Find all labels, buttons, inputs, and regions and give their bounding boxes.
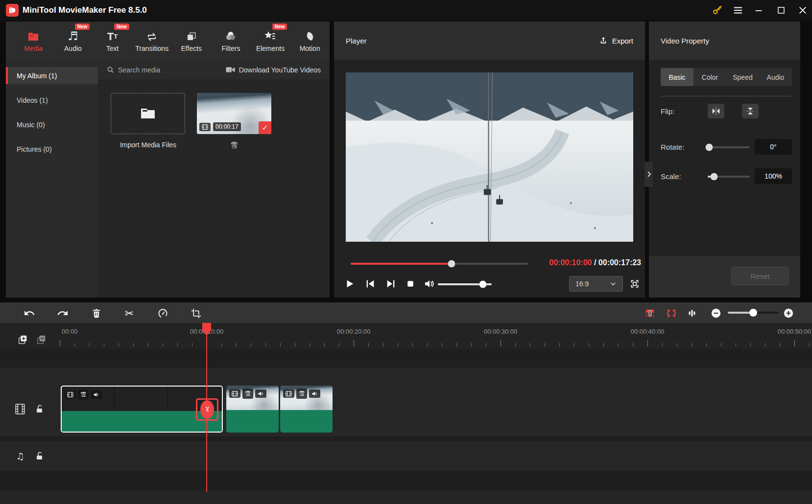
tab-basic[interactable]: Basic (661, 68, 693, 86)
tab-filters[interactable]: Filters (211, 22, 251, 60)
tab-text[interactable]: New TT Text (93, 22, 132, 60)
stop-button[interactable] (402, 275, 419, 293)
license-key-icon[interactable] (709, 0, 726, 21)
speed-button[interactable] (156, 306, 169, 320)
film-clip-icon (65, 390, 76, 399)
ruler-tick (104, 343, 104, 346)
tab-elements[interactable]: New Elements (251, 22, 290, 60)
scale-slider[interactable] (708, 176, 750, 178)
reset-button[interactable]: Reset (731, 267, 789, 285)
flip-horizontal-button[interactable] (708, 104, 724, 118)
previous-frame-button[interactable] (361, 275, 379, 293)
export-icon (599, 36, 608, 45)
split-cursor-indicator[interactable]: ✂ (196, 398, 218, 421)
aspect-ratio-select[interactable]: 16:9 (569, 276, 623, 292)
track-mode-split-icon[interactable] (643, 306, 657, 320)
ruler-tick (618, 343, 619, 346)
remove-track-button[interactable] (35, 334, 47, 345)
selected-check-icon: ✓ (259, 121, 271, 134)
seek-bar[interactable] (351, 263, 528, 265)
tab-motion[interactable]: Motion (290, 22, 330, 60)
fullscreen-button[interactable] (628, 277, 642, 291)
close-button[interactable] (794, 0, 811, 21)
flip-vertical-button[interactable] (742, 104, 759, 118)
rotate-label: Rotate: (661, 143, 684, 151)
rotate-value[interactable]: 0° (755, 139, 792, 155)
ruler-tick (339, 343, 339, 346)
import-media-dropzone[interactable] (111, 93, 185, 134)
sidebar-item-videos[interactable]: Videos (1) (6, 92, 98, 109)
ruler-tick (750, 343, 751, 346)
zoom-handle[interactable] (749, 309, 757, 317)
media-thumbnail-snow[interactable]: 00:00:17 ✓ (197, 93, 271, 134)
undo-button[interactable] (23, 306, 36, 320)
media-thumbnail-name: 雪 (197, 141, 271, 150)
minimize-button[interactable] (750, 0, 767, 21)
tab-color[interactable]: Color (693, 68, 726, 86)
panel-collapse-handle[interactable] (645, 161, 653, 187)
tab-effects[interactable]: Effects (172, 22, 212, 60)
export-button[interactable]: Export (599, 36, 633, 45)
split-button[interactable]: ✂ (122, 306, 136, 320)
audio-notes-icon: ♬ (68, 29, 78, 42)
clip-name-badge: 雪 (78, 389, 89, 400)
player-header: Player Export (334, 22, 645, 60)
play-button[interactable] (341, 275, 358, 293)
add-track-button[interactable] (17, 334, 28, 345)
sidebar-item-music[interactable]: Music (0) (6, 116, 98, 133)
snow-scene (346, 72, 633, 242)
scale-value[interactable]: 100% (755, 168, 792, 184)
scale-handle[interactable] (710, 173, 717, 181)
video-track-lock-icon[interactable] (33, 403, 46, 415)
volume-handle[interactable] (479, 281, 487, 288)
volume-slider[interactable] (438, 283, 492, 285)
ruler-tick (442, 343, 442, 346)
thumbnail-badges: 00:00:17 (199, 122, 241, 131)
tab-speed[interactable]: Speed (726, 68, 759, 86)
download-youtube-button[interactable]: Download YouTube Videos (226, 66, 321, 74)
tab-audio[interactable]: Audio (759, 68, 792, 86)
nav-label: Text (106, 45, 119, 52)
video-camera-icon (226, 66, 235, 73)
zoom-in-button[interactable] (782, 306, 795, 320)
scale-label: Scale: (661, 172, 681, 181)
timeline-clip-3[interactable]: 雪 (280, 386, 333, 433)
search-media-field[interactable]: Search media (107, 66, 160, 74)
sidebar-item-my-album[interactable]: My Album (1) (6, 67, 98, 84)
film-clip-icon (199, 123, 211, 131)
zoom-to-fit-icon[interactable] (685, 306, 699, 320)
maximize-button[interactable] (773, 0, 789, 21)
timeline-ruler[interactable]: 00:0000:00:10:0000:00:20:0000:00:30:0000… (0, 323, 812, 348)
volume-icon[interactable] (420, 275, 438, 293)
delete-button[interactable] (90, 306, 103, 320)
redo-button[interactable] (56, 306, 70, 320)
rotate-slider[interactable] (708, 146, 750, 148)
nav-label: Audio (64, 45, 82, 52)
ruler-tick (589, 343, 589, 346)
ruler-tick (706, 343, 707, 346)
timeline-zoom-slider[interactable] (728, 312, 779, 314)
video-preview[interactable] (346, 72, 633, 242)
timeline-clip-2[interactable]: 雪 (226, 386, 279, 433)
search-icon (107, 66, 114, 73)
menu-hamburger-icon[interactable] (730, 0, 746, 21)
sidebar-item-pictures[interactable]: Pictures (0) (6, 140, 98, 158)
track-snap-icon[interactable] (665, 306, 678, 320)
next-frame-button[interactable] (382, 275, 400, 293)
tab-audio[interactable]: New ♬ Audio (53, 22, 93, 60)
folder-icon (140, 107, 156, 120)
crop-button[interactable] (189, 306, 203, 320)
zoom-out-button[interactable] (709, 306, 723, 320)
audio-track-lock-icon[interactable] (33, 450, 46, 462)
timeline-empty-stripe (0, 490, 812, 504)
rotate-handle[interactable] (706, 144, 713, 151)
seek-handle[interactable] (448, 260, 455, 268)
ruler-tick (721, 343, 721, 346)
tab-transitions[interactable]: Transitions (132, 22, 172, 60)
timeline-empty-stripe (0, 348, 812, 368)
export-label: Export (612, 37, 633, 45)
tab-media[interactable]: Media (14, 22, 53, 60)
nav-label: Transitions (135, 45, 168, 52)
ruler-tick (354, 340, 354, 346)
media-search-row: Search media Download YouTube Videos (98, 60, 330, 80)
